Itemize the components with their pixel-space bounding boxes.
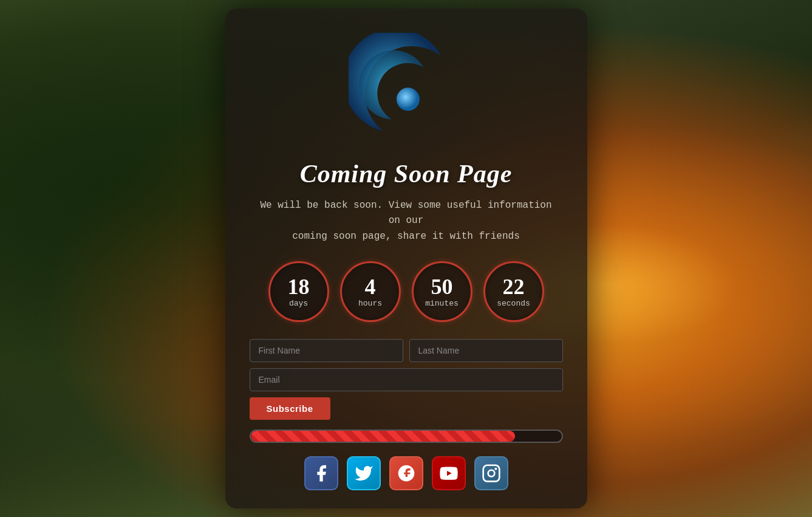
page-title: Coming Soon Page (300, 159, 513, 188)
instagram-button[interactable] (474, 456, 508, 490)
svg-point-3 (488, 470, 494, 477)
name-row (250, 339, 563, 362)
twitter-icon (354, 464, 374, 483)
subscribe-button[interactable]: Subscribe (250, 397, 330, 420)
progress-bar-container (250, 430, 563, 443)
youtube-icon (439, 464, 459, 483)
first-name-input[interactable] (250, 339, 403, 362)
logo-area (349, 27, 464, 154)
social-row (304, 456, 508, 490)
countdown-days: 18 days (268, 261, 329, 322)
twitter-button[interactable] (347, 456, 381, 490)
progress-bar-fill (251, 431, 515, 442)
youtube-button[interactable] (432, 456, 466, 490)
days-number: 18 (288, 276, 310, 298)
hours-number: 4 (365, 276, 376, 298)
seconds-number: 22 (503, 276, 525, 298)
facebook-button[interactable] (304, 456, 338, 490)
days-label: days (289, 299, 308, 308)
subscribe-form: Subscribe (250, 339, 563, 420)
last-name-input[interactable] (409, 339, 563, 362)
days-circle: 18 days (268, 261, 329, 322)
minutes-number: 50 (431, 276, 453, 298)
email-input[interactable] (250, 368, 563, 391)
countdown-seconds: 22 seconds (483, 261, 544, 322)
countdown-row: 18 days 4 hours 50 minutes 22 seconds (268, 261, 544, 322)
facebook-icon (312, 464, 331, 483)
countdown-hours: 4 hours (340, 261, 401, 322)
svg-point-4 (494, 468, 497, 470)
googleplus-icon (397, 464, 416, 483)
seconds-label: seconds (497, 299, 530, 308)
hours-circle: 4 hours (340, 261, 401, 322)
hours-label: hours (358, 299, 382, 308)
subtitle: We will be back soon. View some useful i… (254, 198, 558, 245)
svg-point-0 (396, 87, 419, 111)
minutes-label: minutes (425, 299, 459, 308)
instagram-icon (482, 464, 501, 483)
svg-rect-2 (483, 465, 499, 482)
seconds-circle: 22 seconds (483, 261, 544, 322)
minutes-circle: 50 minutes (412, 261, 473, 322)
countdown-minutes: 50 minutes (412, 261, 473, 322)
googleplus-button[interactable] (389, 456, 423, 490)
main-panel: Coming Soon Page We will be back soon. V… (225, 9, 587, 509)
